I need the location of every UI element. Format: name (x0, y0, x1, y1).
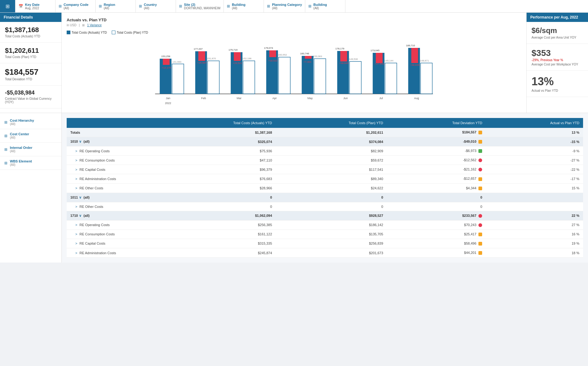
row-name: > RE Other Costs (67, 202, 153, 211)
cell-plan: 0 (276, 193, 387, 202)
cell-actuals: $315,335 (153, 239, 276, 248)
cell-pct (486, 193, 583, 202)
month-aug: Aug (414, 97, 419, 100)
cell-plan: $1,202,611 (276, 128, 387, 137)
bar-plan-feb (208, 61, 219, 94)
table-row: > RE Other Costs $28,966 $24,622 $4,344 … (67, 183, 583, 193)
kpi-deviation-label: Total Deviation YTD (5, 78, 56, 81)
legend-actuals-box (67, 31, 70, 34)
table-row: > RE Administration Costs $76,683 $89,34… (67, 174, 583, 183)
filter-planning-category[interactable]: ⊞ Planning Category (All) (264, 0, 305, 12)
bar-plan-aug (421, 63, 432, 94)
filter-region[interactable]: ⊞ Region (All) (96, 0, 136, 12)
bar-plan-mar (243, 61, 255, 94)
cell-plan: $256,839 (276, 239, 387, 248)
expand-btn[interactable]: ∨ (79, 196, 81, 199)
cell-actuals: $1,062,094 (153, 211, 276, 220)
cost-hierarchy-label: Cost Hierarchy (10, 119, 34, 122)
expand-btn[interactable]: ∨ (79, 140, 81, 143)
status-danger-icon (478, 158, 482, 162)
bar-plan-apr (279, 57, 290, 94)
label-plan-aug: 148,871 (420, 59, 429, 62)
filter-building2-label: Building (313, 3, 327, 6)
expand-sub-btn[interactable]: > (75, 242, 77, 245)
month-mar: Mar (237, 97, 242, 100)
status-warning-icon (478, 140, 482, 144)
expand-sub-btn[interactable]: > (75, 223, 77, 227)
bar-dev-mar (234, 52, 241, 61)
filter-building1[interactable]: ⊞ Building (All) (224, 0, 264, 12)
cell-deviation: $58,496 (387, 239, 486, 248)
label-actual-apr: 179,074 (264, 47, 273, 49)
filter-cost-center[interactable]: ⊞ Cost Center (All) (0, 129, 61, 143)
cell-actuals: $325,074 (153, 137, 276, 146)
cell-pct: 27 % (486, 220, 583, 229)
internal-order-value: (All) (10, 149, 32, 153)
row-name: > RE Other Costs (67, 183, 153, 193)
row-group-label: (all) (84, 214, 90, 217)
filter-country[interactable]: ⊞ Country (All) (136, 0, 176, 12)
row-name: > RE Administration Costs (67, 174, 153, 183)
label-plan-jan: 141,083 (173, 61, 181, 63)
cell-deviation: $184,557 (387, 128, 486, 137)
expand-sub-btn[interactable]: > (75, 251, 77, 255)
month-may: May (307, 97, 313, 100)
right-kpi-panel: Performance per Aug, 2022 $6/sqm Average… (526, 13, 588, 113)
filter-key-date[interactable]: 📅 Key Date Aug, 2022 (15, 0, 56, 12)
wbs-element-icon: ⊞ (4, 161, 7, 165)
kpi-avg-cost-area: $6/sqm Average Cost per Area Unit YOY (527, 22, 588, 44)
expand-sub-btn[interactable]: > (75, 149, 77, 153)
avg-cost-workplace-sublabel: -29%, Previous Year % (532, 58, 583, 62)
kpi-actuals-value: $1,387,168 (5, 26, 56, 34)
filter-building2[interactable]: ⊞ Building (All) (305, 0, 345, 12)
filter-wbs-element[interactable]: ⊞ WBS Element (All) (0, 156, 61, 170)
cell-deviation: $25,417 (387, 229, 486, 239)
table-row: > RE Consumption Costs $161,122 $135,705… (67, 229, 583, 239)
filter-cost-hierarchy[interactable]: ⊞ Cost Hierarchy (All) (0, 116, 61, 129)
financial-section: Financial Details $1,387,168 Total Costs… (0, 13, 588, 113)
expand-sub-btn[interactable]: > (75, 205, 77, 208)
cell-deviation: 0 (387, 193, 486, 202)
filter-company-code[interactable]: ⊞ Company Code (All) (56, 0, 96, 12)
cell-pct (486, 202, 583, 211)
table-row: 1010 ∨ (all) $325,074 $374,084 -$49,010 … (67, 137, 583, 146)
avg-cost-area-label: Average Cost per Area Unit YOY (532, 36, 583, 39)
legend-actuals: Total Costs (Actuals) YTD (67, 31, 107, 34)
col-header-actuals: Total Costs (Actuals) YTD (153, 118, 276, 128)
bar-plan-may (314, 59, 326, 94)
expand-btn[interactable]: ∨ (79, 214, 81, 217)
filter-planning-category-value: (All) (272, 6, 302, 10)
filter-site-value: DORTMUND, MANNHEIM (184, 6, 220, 10)
label-dev-feb: +25,567 (198, 61, 207, 64)
site-icon: ⊞ (179, 4, 182, 8)
filter-country-value: (All) (144, 6, 157, 10)
filter-site-label: Site (2) (184, 3, 220, 6)
cell-pct: -22 % (486, 165, 583, 174)
expand-sub-btn[interactable]: > (75, 177, 77, 181)
chart-variance-link[interactable]: 1 Variance (87, 23, 102, 27)
label-actual-feb: 177,437 (194, 48, 203, 50)
cost-hierarchy-value: (All) (10, 122, 34, 126)
cost-center-value: (All) (10, 136, 29, 139)
cell-deviation: -$12,657 (387, 174, 486, 183)
cost-center-label: Cost Center (10, 132, 29, 136)
filter-company-code-value: (All) (64, 6, 89, 10)
expand-sub-btn[interactable]: > (75, 158, 77, 162)
expand-sub-btn[interactable]: > (75, 186, 77, 190)
month-jan: Jan (166, 97, 170, 100)
row-name: > RE Operating Costs (67, 146, 153, 156)
expand-sub-btn[interactable]: > (75, 168, 77, 171)
chart-subtitle: in USD | ⊞ 1 Variance (67, 23, 521, 27)
cell-actuals: $28,966 (153, 183, 276, 193)
app-icon-item[interactable]: ⊞ (0, 0, 15, 12)
cell-pct: -9 % (486, 146, 583, 156)
cost-center-icon: ⊞ (4, 134, 7, 138)
filter-site[interactable]: ⊞ Site (2) DORTMUND, MANNHEIM (176, 0, 224, 12)
cell-pct: 15 % (486, 183, 583, 193)
row-name: 1010 ∨ (all) (67, 137, 153, 146)
expand-sub-btn[interactable]: > (75, 232, 77, 236)
kpi-contract-label: Contract Value in Global Currency (YOY) (5, 97, 56, 104)
cell-deviation: -$12,562 (387, 156, 486, 165)
bar-dev-may (305, 56, 312, 59)
filter-internal-order[interactable]: ⊞ Internal Order (All) (0, 143, 61, 156)
